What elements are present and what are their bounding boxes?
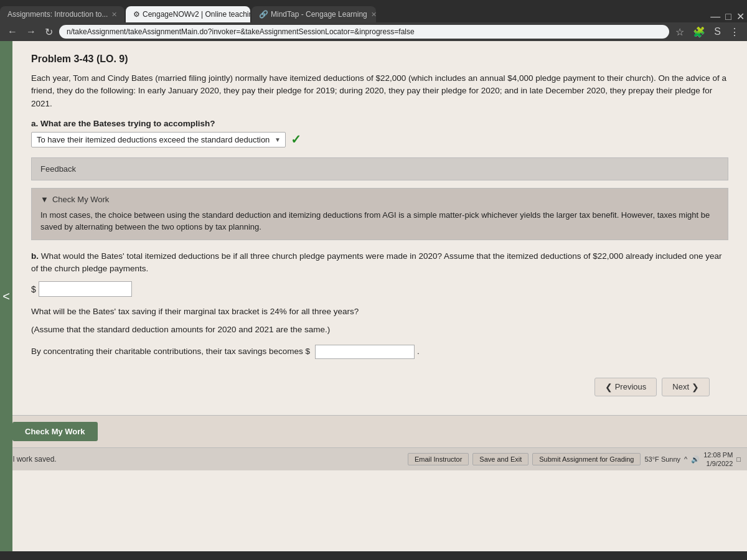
left-arrow-icon[interactable]: < — [2, 289, 10, 304]
check-my-work-header-label: Check My Work — [52, 195, 110, 204]
menu-icon[interactable]: ⋮ — [727, 26, 742, 38]
check-work-button[interactable]: Check My Work — [12, 422, 98, 441]
answer-row: To have their itemized deductions exceed… — [31, 132, 728, 147]
previous-button[interactable]: ❮ Previous — [594, 378, 657, 396]
tab-bar: Assignments: Introduction to... ✕ ⚙ Ceng… — [0, 0, 747, 22]
part-a-letter: a. — [31, 119, 40, 128]
tab-close-icon[interactable]: ✕ — [371, 11, 376, 19]
feedback-label: Feedback — [40, 164, 719, 174]
check-my-work-toggle[interactable]: ▼ Check My Work — [40, 195, 719, 204]
part-a-answer-select[interactable]: To have their itemized deductions exceed… — [31, 132, 286, 147]
concentration-text-row: By concentrating their charitable contri… — [31, 345, 728, 359]
time-text: 12:08 PM — [703, 450, 733, 459]
next-label: Next — [672, 382, 689, 391]
concentration-prefix: By concentrating their charitable contri… — [31, 345, 310, 358]
tab-label: MindTap - Cengage Learning — [271, 10, 367, 19]
left-panel: < — [0, 41, 12, 551]
part-a-question: What are the Bateses trying to accomplis… — [40, 119, 215, 128]
email-instructor-button[interactable]: Email Instructor — [408, 453, 469, 465]
extensions-icon[interactable]: 🧩 — [690, 26, 708, 38]
previous-arrow-icon: ❮ — [605, 382, 613, 392]
previous-label: Previous — [615, 382, 647, 391]
profile-icon[interactable]: S — [712, 26, 723, 37]
save-and-exit-button[interactable]: Save and Exit — [472, 453, 529, 465]
tab-assignments[interactable]: Assignments: Introduction to... ✕ — [0, 6, 125, 22]
content-area: < Problem 3-43 (LO. 9) Each year, Tom an… — [0, 41, 747, 551]
status-bar: All work saved. Email Instructor Save an… — [0, 447, 747, 471]
main-content: Problem 3-43 (LO. 9) Each year, Tom and … — [12, 41, 747, 415]
problem-title: Problem 3-43 (LO. 9) — [31, 54, 728, 65]
close-window-icon[interactable]: ✕ — [734, 11, 747, 22]
weather-text: 53°F Sunny — [644, 455, 680, 463]
maximize-icon[interactable]: □ — [723, 11, 734, 22]
tab-label: CengageNOWv2 | Online teachin — [143, 10, 250, 19]
dollar-sign-label: $ — [31, 284, 36, 294]
part-b-answer-input[interactable] — [39, 281, 132, 297]
tax-saving-question-text: What will be the Bates' tax saving if th… — [31, 306, 728, 318]
feedback-box: Feedback — [31, 157, 728, 180]
tab-label: Assignments: Introduction to... — [7, 10, 108, 19]
correct-checkmark-icon: ✓ — [291, 132, 301, 147]
problem-body-text: Each year, Tom and Cindy Bates (married … — [31, 72, 728, 110]
time-display: 12:08 PM 1/9/2022 — [703, 450, 733, 469]
check-work-button-row: Check My Work — [0, 415, 747, 447]
next-button[interactable]: Next ❯ — [662, 378, 710, 396]
tab-cengagenow[interactable]: ⚙ CengageNOWv2 | Online teachin ✕ — [126, 6, 250, 22]
answer-select-wrapper: To have their itemized deductions exceed… — [31, 132, 286, 147]
submit-assignment-button[interactable]: Submit Assignment for Grading — [532, 453, 641, 465]
date-text: 1/9/2022 — [707, 459, 733, 468]
concentration-suffix: . — [417, 345, 420, 358]
browser-chrome: Assignments: Introduction to... ✕ ⚙ Ceng… — [0, 0, 747, 41]
back-icon[interactable]: ← — [5, 26, 20, 37]
cengage-icon: ⚙ — [133, 10, 140, 19]
bottom-navigation: ❮ Previous Next ❯ — [31, 371, 728, 403]
speaker-icon: 🔊 — [691, 455, 700, 464]
check-my-work-body-text: In most cases, the choice between using … — [40, 209, 719, 233]
next-arrow-icon: ❯ — [692, 382, 699, 392]
all-work-saved-text: All work saved. — [6, 455, 404, 464]
assume-text: (Assume that the standard deduction amou… — [31, 324, 728, 336]
triangle-icon: ▼ — [40, 195, 49, 204]
tab-mindtap[interactable]: 🔗 MindTap - Cengage Learning ✕ — [251, 6, 376, 22]
refresh-icon[interactable]: ↻ — [42, 26, 55, 38]
minimize-icon[interactable]: — — [708, 11, 723, 22]
concentration-answer-input[interactable] — [315, 345, 415, 359]
notification-icon[interactable]: □ — [736, 455, 741, 463]
check-my-work-section: ▼ Check My Work In most cases, the choic… — [31, 188, 728, 240]
address-bar-row: ← → ↻ ☆ 🧩 S ⋮ — [0, 22, 747, 41]
part-a-label: a. What are the Bateses trying to accomp… — [31, 119, 728, 128]
part-b-question: What would the Bates' total itemized ded… — [31, 251, 722, 273]
bookmark-icon[interactable]: ☆ — [673, 26, 687, 38]
forward-icon[interactable]: → — [24, 26, 39, 37]
tab-close-icon[interactable]: ✕ — [111, 11, 117, 19]
up-arrow-icon: ^ — [684, 455, 687, 463]
address-input[interactable] — [59, 25, 669, 39]
part-b-input-row: $ — [31, 281, 728, 297]
part-b-label: b. — [31, 251, 41, 261]
mindtap-icon: 🔗 — [259, 10, 268, 19]
part-b-text: b. What would the Bates' total itemized … — [31, 250, 728, 276]
status-bar-right: 53°F Sunny ^ 🔊 12:08 PM 1/9/2022 □ — [644, 450, 741, 469]
